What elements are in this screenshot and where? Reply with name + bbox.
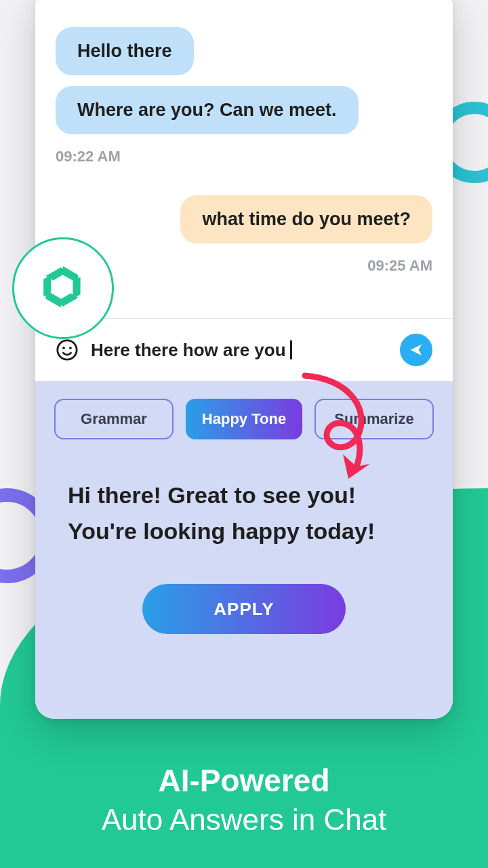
- ai-suggestion-panel: Grammar Happy Tone Summarize Hi there! G…: [35, 381, 453, 719]
- chip-summarize[interactable]: Summarize: [314, 399, 434, 439]
- chat-bubble-incoming: Where are you? Can we meet.: [56, 86, 359, 134]
- chat-bubble-incoming: Hello there: [56, 27, 194, 75]
- emoji-icon[interactable]: [56, 338, 79, 361]
- chip-grammar[interactable]: Grammar: [54, 399, 174, 439]
- send-button[interactable]: [400, 334, 432, 366]
- chat-timestamp: 09:25 AM: [56, 257, 432, 275]
- promo-line1: AI-Powered: [0, 762, 488, 799]
- ai-badge: [12, 237, 114, 339]
- tone-chip-row: Grammar Happy Tone Summarize: [54, 399, 434, 439]
- chip-happy-tone[interactable]: Happy Tone: [186, 399, 302, 439]
- text-cursor: [290, 340, 292, 359]
- message-input-row: Here there how are you: [35, 319, 453, 381]
- ai-logo-icon: [36, 260, 90, 317]
- svg-point-2: [69, 347, 72, 349]
- promo-line2: Auto Answers in Chat: [0, 803, 488, 837]
- message-input-text: Here there how are you: [91, 340, 286, 361]
- svg-point-0: [58, 340, 77, 359]
- chat-bubble-outgoing: what time do you meet?: [180, 195, 432, 243]
- promo-caption: AI-Powered Auto Answers in Chat: [0, 762, 488, 837]
- message-input[interactable]: Here there how are you: [91, 340, 388, 361]
- phone-mockup: Hello there Where are you? Can we meet. …: [35, 0, 453, 719]
- apply-button[interactable]: APPLY: [142, 584, 346, 634]
- ai-suggestion-text: Hi there! Great to see you! You're looki…: [54, 477, 434, 549]
- svg-point-1: [62, 347, 65, 349]
- chat-timestamp: 09:22 AM: [56, 148, 432, 165]
